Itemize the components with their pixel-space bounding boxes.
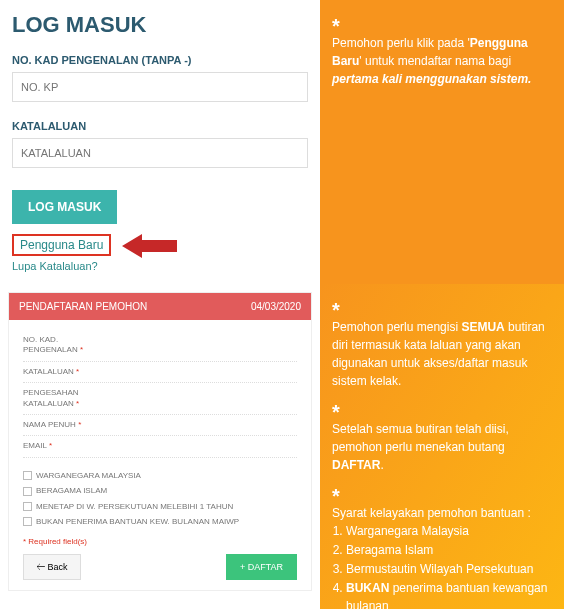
new-user-link[interactable]: Pengguna Baru — [12, 234, 111, 256]
instruction-panel-1: * Pemohon perlu klik pada 'Pengguna Baru… — [320, 0, 564, 284]
list-item: Beragama Islam — [346, 541, 552, 559]
arrow-icon — [122, 232, 182, 264]
asterisk-icon: * — [332, 404, 552, 420]
list-item: BUKAN penerima bantuan kewangan bulanan — [346, 579, 552, 609]
login-panel: LOG MASUK NO. KAD PENGENALAN (TANPA -) K… — [0, 0, 320, 284]
note2a-text: Pemohon perlu mengisi SEMUA butiran diri… — [332, 320, 545, 388]
reg-ic-label: NO. KAD. PENGENALAN * — [23, 335, 113, 356]
asterisk-icon: * — [332, 488, 552, 504]
login-button[interactable]: LOG MASUK — [12, 190, 117, 224]
reg-pw2-label: PENGESAHAN KATALALUAN * — [23, 388, 113, 409]
check-resident[interactable]: MENETAP DI W. PERSEKUTUAN MELEBIHI 1 TAH… — [23, 499, 297, 514]
reg-title: PENDAFTARAN PEMOHON — [19, 301, 147, 312]
list-item: Bermustautin Wilayah Persekutuan — [346, 560, 552, 578]
check-not-recipient[interactable]: BUKAN PENERIMA BANTUAN KEW. BULANAN MAIW… — [23, 514, 297, 529]
asterisk-icon: * — [332, 18, 552, 34]
back-button[interactable]: 🡠 Back — [23, 554, 81, 580]
password-label: KATALALUAN — [12, 120, 308, 132]
reg-pw-label: KATALALUAN * — [23, 367, 113, 377]
asterisk-icon: * — [332, 302, 552, 318]
svg-marker-0 — [122, 234, 177, 258]
list-item: Warganegara Malaysia — [346, 522, 552, 540]
ic-label: NO. KAD PENGENALAN (TANPA -) — [12, 54, 308, 66]
reg-name-label: NAMA PENUH * — [23, 420, 113, 430]
required-text: * Required field(s) — [23, 537, 297, 546]
registration-panel: PENDAFTARAN PEMOHON 04/03/2020 NO. KAD. … — [0, 284, 320, 609]
page-title: LOG MASUK — [12, 12, 308, 38]
check-islam[interactable]: BERAGAMA ISLAM — [23, 483, 297, 498]
check-citizen[interactable]: WARGANEGARA MALAYSIA — [23, 468, 297, 483]
eligibility-title: Syarat kelayakan pemohon bantuan : — [332, 504, 552, 522]
note1-text: Pemohon perlu klik pada 'Pengguna Baru' … — [332, 36, 531, 86]
reg-email-label: EMAIL * — [23, 441, 113, 451]
reg-header: PENDAFTARAN PEMOHON 04/03/2020 — [9, 293, 311, 320]
password-input[interactable] — [12, 138, 308, 168]
note2b-text: Setelah semua butiran telah diisi, pemoh… — [332, 422, 509, 472]
ic-input[interactable] — [12, 72, 308, 102]
instruction-panel-2: * Pemohon perlu mengisi SEMUA butiran di… — [320, 284, 564, 609]
eligibility-list: Warganegara Malaysia Beragama Islam Berm… — [332, 522, 552, 609]
reg-date: 04/03/2020 — [251, 301, 301, 312]
daftar-button[interactable]: + DAFTAR — [226, 554, 297, 580]
